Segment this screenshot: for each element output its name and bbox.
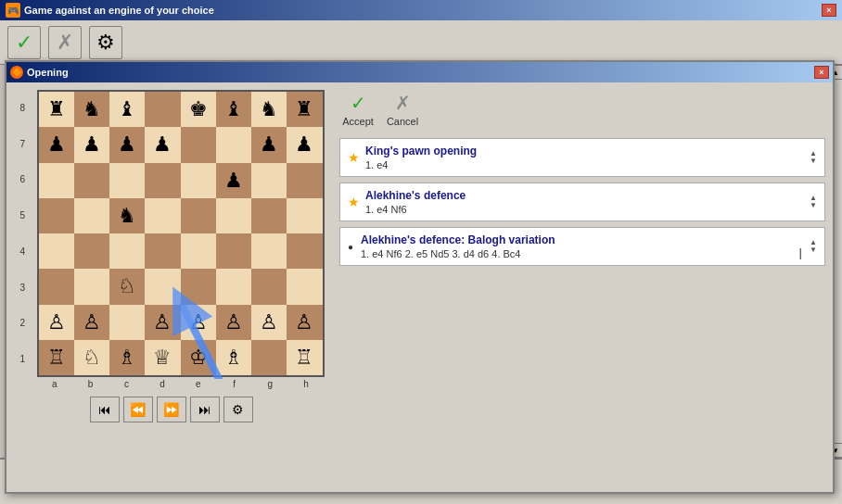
- chess-square: [216, 269, 251, 304]
- rank-6: 6: [20, 162, 26, 198]
- bg-close-button[interactable]: ×: [822, 4, 836, 17]
- chess-square: ♖: [39, 340, 74, 375]
- chess-square: ♜: [287, 92, 322, 127]
- chess-square: ♞: [109, 198, 145, 233]
- spinner-down-icon[interactable]: ▼: [810, 158, 817, 165]
- file-labels: a b c d e f g h: [37, 379, 325, 389]
- chess-square: [251, 269, 287, 304]
- nav-first-button[interactable]: ⏮: [90, 397, 120, 422]
- chess-square: ♗: [216, 340, 251, 375]
- chess-board: ♜♞♝♚♝♞♜♟♟♟♟♟♟♟♞♘♙♙♙♙♙♙♙♖♘♗♕♔♗♖: [37, 90, 325, 377]
- chess-piece: ♚: [189, 99, 208, 120]
- chess-square: [181, 269, 216, 304]
- board-panel: 8 7 6 5 4 3 2 1 ♜♞♝♚♝♞♜♟♟♟♟♟♟♟♞♘♙♙♙♙♙♙♙♖…: [6, 82, 336, 492]
- chess-piece: ♟: [118, 134, 136, 155]
- dialog-close-button[interactable]: ×: [814, 66, 829, 79]
- rank-3: 3: [20, 270, 26, 306]
- chess-square: ♟: [216, 163, 251, 198]
- chess-square: [287, 269, 322, 304]
- nav-settings-button[interactable]: ⚙: [223, 397, 253, 422]
- opening-row-content: King's pawn opening 1. e4: [365, 145, 806, 170]
- nav-next-button[interactable]: ⏩: [157, 397, 186, 422]
- bg-accept-button[interactable]: ✓: [7, 26, 41, 59]
- chess-piece: ♘: [83, 347, 101, 368]
- chess-square: ♟: [74, 127, 109, 162]
- chess-piece: ♙: [295, 312, 313, 333]
- chess-piece: ♕: [153, 347, 172, 368]
- cancel-label: Cancel: [387, 116, 418, 127]
- action-buttons: ✓ Accept ✗ Cancel: [339, 90, 825, 127]
- cancel-button[interactable]: ✗ Cancel: [384, 90, 421, 127]
- chess-piece: ♝: [118, 99, 136, 120]
- chess-square: [39, 269, 74, 304]
- chess-square: ♟: [145, 127, 180, 162]
- chess-square: [109, 233, 145, 269]
- chess-piece: ♗: [224, 347, 243, 368]
- chess-piece: ♙: [224, 312, 243, 333]
- chess-square: ♙: [74, 305, 109, 340]
- accept-button[interactable]: ✓ Accept: [339, 90, 376, 127]
- chess-square: [145, 269, 180, 304]
- dialog-title: Opening: [27, 67, 69, 78]
- chess-square: ♙: [39, 305, 74, 340]
- file-h: h: [288, 379, 325, 389]
- file-f: f: [216, 379, 252, 389]
- rank-1: 1: [20, 341, 26, 377]
- chess-square: [39, 233, 74, 269]
- chess-square: [251, 163, 287, 198]
- bg-settings-button[interactable]: ⚙: [89, 26, 122, 59]
- chess-square: ♙: [181, 305, 216, 340]
- opening-name: Alekhine's defence: Balogh variation: [361, 233, 806, 246]
- chess-square: ♙: [216, 305, 251, 340]
- spinner-down-icon[interactable]: ▼: [810, 202, 817, 209]
- bg-toolbar: ✓ ✗ ⚙: [0, 20, 842, 65]
- chess-square: [216, 127, 251, 162]
- spinner-down-icon[interactable]: ▼: [810, 246, 817, 254]
- bg-title-icon: 🎮: [6, 3, 20, 18]
- chess-square: ♖: [287, 340, 322, 375]
- opening-spinner[interactable]: ▲ ▼: [810, 195, 817, 209]
- first-icon: ⏮: [98, 402, 111, 417]
- chess-square: [287, 163, 322, 198]
- opening-list: ★ King's pawn opening 1. e4 ▲ ▼ ★ Alekhi…: [339, 138, 825, 485]
- dialog-title-bar: 🔶 Opening ×: [6, 62, 833, 82]
- chess-square: ♟: [251, 127, 287, 162]
- rank-2: 2: [20, 306, 26, 342]
- chess-piece: ♙: [260, 312, 278, 333]
- prev-icon: ⏪: [130, 402, 146, 417]
- chess-square: [181, 163, 216, 198]
- opening-row[interactable]: ★ King's pawn opening 1. e4 ▲ ▼: [339, 138, 825, 177]
- chess-square: ♘: [74, 340, 109, 375]
- chess-piece: ♜: [295, 99, 313, 120]
- opening-row[interactable]: ● Alekhine's defence: Balogh variation 1…: [339, 227, 825, 266]
- star-icon: ★: [348, 150, 360, 165]
- bg-cancel-button[interactable]: ✗: [48, 26, 82, 59]
- board-with-labels: 8 7 6 5 4 3 2 1 ♜♞♝♚♝♞♜♟♟♟♟♟♟♟♞♘♙♙♙♙♙♙♙♖…: [37, 90, 325, 389]
- settings-icon: ⚙: [96, 31, 115, 55]
- chess-piece: ♙: [153, 312, 172, 333]
- opening-moves: 1. e4: [365, 159, 806, 170]
- rank-8: 8: [20, 90, 26, 126]
- dialog-title-icon: 🔶: [10, 66, 23, 79]
- chess-square: [145, 198, 180, 233]
- opening-name: Alekhine's defence: [365, 189, 806, 202]
- accept-label: Accept: [342, 116, 374, 127]
- chess-piece: ♞: [260, 99, 278, 120]
- opening-row[interactable]: ★ Alekhine's defence 1. e4 Nf6 ▲ ▼: [339, 183, 825, 221]
- opening-name: King's pawn opening: [365, 145, 806, 158]
- chess-square: [216, 233, 251, 269]
- nav-gear-icon: ⚙: [232, 402, 244, 417]
- chess-square: [145, 92, 180, 127]
- nav-prev-button[interactable]: ⏪: [123, 397, 153, 422]
- rank-labels: 8 7 6 5 4 3 2 1: [20, 90, 26, 377]
- chess-square: ♙: [287, 305, 322, 340]
- chess-square: ♞: [74, 92, 109, 127]
- opening-spinner[interactable]: ▲ ▼: [810, 239, 817, 254]
- accept-checkmark-icon: ✓: [343, 90, 373, 116]
- chess-piece: ♟: [295, 134, 313, 155]
- nav-last-button[interactable]: ⏭: [190, 397, 220, 422]
- opening-spinner[interactable]: ▲ ▼: [810, 150, 817, 165]
- cancel-icon: ✗: [57, 31, 73, 55]
- chess-square: ♙: [251, 305, 287, 340]
- rank-4: 4: [20, 233, 26, 270]
